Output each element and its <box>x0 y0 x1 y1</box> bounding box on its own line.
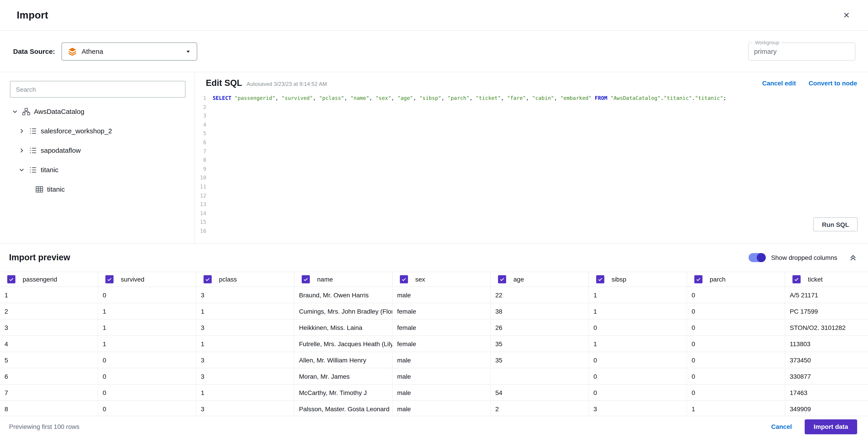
column-label: passengerid <box>23 276 57 283</box>
table-cell: 2 <box>0 303 98 319</box>
tree-item-label: titanic <box>41 166 58 173</box>
chevron-right-icon[interactable] <box>18 127 25 134</box>
workgroup-field[interactable]: Workgroup primary <box>748 42 855 60</box>
sql-token: SELECT <box>213 95 231 101</box>
table-cell: 3 <box>0 320 98 335</box>
column-checkbox[interactable] <box>105 275 114 283</box>
chevron-down-icon <box>185 48 191 55</box>
sql-token: "parch" <box>447 95 469 101</box>
sql-token: "fare" <box>507 95 526 101</box>
search-input[interactable] <box>10 81 185 98</box>
sql-token: , <box>554 95 560 101</box>
table-cell: male <box>393 401 491 416</box>
chevron-down-icon[interactable] <box>11 108 19 115</box>
import-data-button[interactable]: Import data <box>805 419 857 434</box>
athena-icon <box>67 46 77 56</box>
sql-token: "age" <box>397 95 413 101</box>
column-checkbox[interactable] <box>400 275 408 283</box>
sql-token <box>231 95 235 101</box>
convert-to-node-link[interactable]: Convert to node <box>808 79 857 87</box>
sql-token: FROM <box>595 95 607 101</box>
line-number: 8 <box>195 156 206 165</box>
toggle-knob <box>756 253 766 262</box>
column-checkbox[interactable] <box>7 275 16 283</box>
toggle-label: Show dropped columns <box>771 254 837 261</box>
table-cell: A/5 21171 <box>785 287 868 303</box>
show-dropped-columns-toggle[interactable] <box>748 253 766 262</box>
line-number: 7 <box>195 147 206 156</box>
sql-code-editor[interactable]: 12345678910111213141516 SELECT "passenge… <box>195 94 868 236</box>
line-number: 4 <box>195 121 206 130</box>
datasource-select[interactable]: Athena <box>61 42 197 60</box>
sql-token: , <box>369 95 376 101</box>
line-number: 12 <box>195 191 206 200</box>
column-checkbox[interactable] <box>302 275 310 283</box>
tree-item-awsdatacatalog[interactable]: AwsDataCatalog <box>10 102 185 121</box>
datasource-label: Data Source: <box>13 47 55 55</box>
column-label: ticket <box>808 276 823 283</box>
table-cell: 1 <box>196 336 294 351</box>
tree-item-titanic[interactable]: titanic <box>10 179 185 199</box>
tree-item-titanic[interactable]: titanic <box>10 160 185 179</box>
table-cell: 3 <box>196 352 294 368</box>
table-cell: 0 <box>589 384 687 400</box>
column-checkbox[interactable] <box>498 275 506 283</box>
line-number: 5 <box>195 130 206 138</box>
column-checkbox[interactable] <box>694 275 703 283</box>
sql-token: "titanic" <box>664 95 692 101</box>
column-header-parch: parch <box>687 272 785 287</box>
line-numbers: 12345678910111213141516 <box>195 94 210 236</box>
editor-header: Edit SQL Autosaved 3/23/23 at 9:14:52 AM… <box>195 72 868 88</box>
dialog-title: Import <box>17 9 48 21</box>
table-cell: PC 17599 <box>785 303 868 319</box>
sql-token: , <box>413 95 419 101</box>
chevron-right-icon[interactable] <box>18 147 25 154</box>
tree-item-salesforce_workshop_2[interactable]: salesforce_workshop_2 <box>10 121 185 140</box>
table-cell: 1 <box>196 384 294 400</box>
run-sql-button[interactable]: Run SQL <box>813 217 858 231</box>
line-number: 16 <box>195 227 206 236</box>
table-icon <box>35 185 43 193</box>
column-header-name: name <box>294 272 393 287</box>
column-header-passengerid: passengerid <box>0 272 98 287</box>
collapse-section-icon[interactable] <box>849 254 857 262</box>
table-cell: 3 <box>196 401 294 416</box>
line-number: 15 <box>195 218 206 227</box>
table-cell: 0 <box>589 368 687 384</box>
table-row: 211Cumings, Mrs. John Bradley (Florencfe… <box>0 303 868 320</box>
table-row: 503Allen, Mr. William Henrymale350037345… <box>0 352 868 368</box>
sql-token: "AwsDataCatalog" <box>611 95 661 101</box>
import-preview: Import preview Show dropped columns pass… <box>0 243 868 416</box>
preview-table-header: passengeridsurvivedpclassnamesexagesibsp… <box>0 272 868 287</box>
table-cell: 8 <box>0 401 98 416</box>
table-cell: 3 <box>196 320 294 335</box>
table-cell: 5 <box>0 352 98 368</box>
line-number: 13 <box>195 200 206 209</box>
table-cell: 349909 <box>785 401 868 416</box>
main-area: AwsDataCatalogsalesforce_workshop_2sapod… <box>0 72 868 243</box>
close-icon[interactable]: ✕ <box>843 11 850 19</box>
sql-token: "embarked" <box>560 95 592 101</box>
sql-token: "titanic" <box>695 95 723 101</box>
tree-item-sapodataflow[interactable]: sapodataflow <box>10 140 185 160</box>
cancel-edit-link[interactable]: Cancel edit <box>762 79 796 87</box>
sql-token: , <box>275 95 282 101</box>
table-cell: 0 <box>589 320 687 335</box>
table-cell: 0 <box>687 303 785 319</box>
column-checkbox[interactable] <box>596 275 604 283</box>
column-checkbox[interactable] <box>204 275 212 283</box>
table-row: 103Braund, Mr. Owen Harrismale2210A/5 21… <box>0 287 868 303</box>
table-cell: 2 <box>491 401 589 416</box>
table-cell: Braund, Mr. Owen Harris <box>294 287 393 303</box>
table-cell: 0 <box>98 368 196 384</box>
table-cell: 0 <box>687 352 785 368</box>
cancel-button[interactable]: Cancel <box>771 423 792 430</box>
sql-token: . <box>692 95 695 101</box>
column-checkbox[interactable] <box>793 275 801 283</box>
chevron-down-icon[interactable] <box>18 166 25 173</box>
table-cell: male <box>393 352 491 368</box>
table-cell: Allen, Mr. William Henry <box>294 352 393 368</box>
table-cell: Moran, Mr. James <box>294 368 393 384</box>
table-cell: female <box>393 303 491 319</box>
table-cell: 26 <box>491 320 589 335</box>
